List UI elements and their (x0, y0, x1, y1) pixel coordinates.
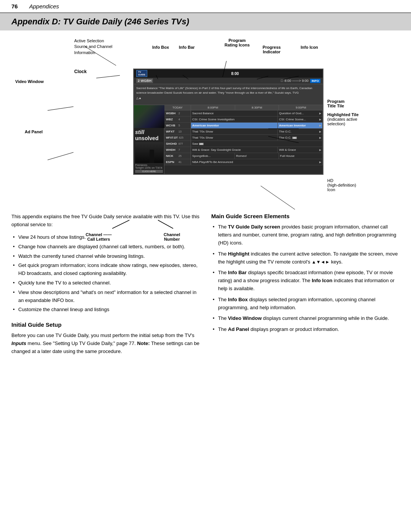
info-box-icons: △▲ (136, 96, 320, 100)
label-info-box: Info Box (152, 45, 169, 50)
tv-rating-icon: □ (281, 79, 283, 83)
tv-click-here[interactable]: CLICK HERE (135, 170, 163, 173)
list-item: Get quick program information; icons ind… (11, 262, 200, 278)
highlighted-program-tile[interactable]: American Inventor (191, 123, 278, 128)
info-box-text: Sacred Balance "The Matrix of Life" (Sci… (136, 86, 312, 94)
list-item: The Ad Panel displays program or product… (211, 326, 400, 334)
program-tile[interactable]: Saw HD (191, 141, 323, 147)
channel-cell: ESPN 41 (164, 159, 191, 165)
tv-ad-panel: still unsolved Premieres Tonight 10/9c o… (134, 128, 164, 174)
diagram-wrapper: TV GUIDE 8:00 2 WGBH □ 8:00 ——> 9:00 I (11, 38, 400, 198)
label-info-icon: Info Icon (301, 45, 318, 50)
page-header: 76 Appendices (0, 0, 411, 13)
table-row: WCVB 5 American Inventor American Invent… (164, 123, 323, 129)
tv-time-range: 8:00 ——> 9:00 (285, 79, 309, 83)
program-tile[interactable]: Will & Grace: Say Goodnight Gracie (191, 147, 278, 153)
tv-guide-table: TODAY 8:00PM 8:30PM 9:00PM WGBH 2 (164, 105, 323, 174)
channel-cell: WBZ 4 (164, 117, 191, 122)
table-row: WBZ 4 CSI: Crime Scene Investigation CSI… (164, 117, 323, 123)
tv-top-bar: TV GUIDE 8:00 (134, 69, 323, 78)
tv-logo-line1: TV (138, 71, 145, 73)
list-item: The TV Guide Daily screen provides basic… (211, 223, 400, 247)
label-video-window: Video Window (15, 79, 44, 84)
highlighted-program-tile[interactable]: American Inventor ▶ (278, 123, 323, 128)
programs-cell: Saw HD (191, 141, 323, 147)
tv-video-inner (134, 105, 164, 128)
features-list: View 24 hours of show listings. Change h… (11, 233, 200, 314)
channel-cell: WCVB 5 (164, 123, 191, 128)
list-item: The Info Box displays selected program i… (211, 296, 400, 312)
program-tile[interactable]: That '70s Show (191, 135, 278, 141)
channel-cell: WGBH 2 (164, 110, 191, 116)
table-row: ESPN 41 NBA Playoff/To Be Announced ▶ (164, 159, 323, 165)
channel-cell: NICK 25 (164, 153, 191, 159)
programs-cell: American Inventor American Inventor ▶ (191, 123, 323, 128)
tv-screen-wrapper: TV GUIDE 8:00 2 WGBH □ 8:00 ——> 9:00 I (72, 69, 323, 175)
initial-setup-title: Initial Guide Setup (11, 321, 200, 328)
program-tile[interactable]: SpongeBob... (191, 153, 235, 159)
table-row: WGBH 2 Sacred Balance Question of God...… (164, 110, 323, 117)
list-item: Customize the channel lineup and listing… (11, 306, 200, 314)
program-tile[interactable]: The O.C. HD▶ (278, 135, 323, 141)
th-today: TODAY (164, 105, 191, 110)
tv-premieres: Premieres Tonight 10/9c on T.M.N (135, 164, 163, 169)
tv-info-icon: INFO (310, 79, 320, 83)
tv-info-bar: 2 WGBH □ 8:00 ——> 9:00 INFO (134, 78, 323, 84)
list-item: Change how channels are displayed (chann… (11, 243, 200, 251)
tv-info-box: Sacred Balance "The Matrix of Life" (Sci… (134, 84, 323, 105)
label-program-title: ProgramTitle Tile (327, 99, 344, 108)
program-tile[interactable]: Romeo! (235, 153, 279, 159)
channel-badge: 2 WGBH (136, 78, 153, 83)
list-item: The Video Window displays current channe… (211, 315, 400, 323)
channel-cell: WFXT-DT 825 (164, 135, 191, 141)
programs-cell: Will & Grace: Say Goodnight Gracie Will … (191, 147, 323, 153)
programs-cell: That '70s Show The O.C. HD▶ (191, 135, 323, 141)
list-item: Quickly tune the TV to a selected channe… (11, 279, 200, 287)
program-tile[interactable]: Full House (279, 153, 323, 159)
channel-cell: SHOHD 877 (164, 141, 191, 147)
label-highlighted-tile: Highlighted Tile(indicates activeselecti… (327, 112, 358, 126)
appendix-title: Appendix D: TV Guide Daily (246 Series T… (11, 17, 400, 27)
th-8pm: 8:00PM (191, 105, 235, 110)
appendix-title-bar: Appendix D: TV Guide Daily (246 Series T… (0, 13, 411, 30)
program-tile[interactable]: Sacred Balance (191, 110, 278, 116)
tv-logo-line2: GUIDE (138, 73, 145, 76)
label-progress: ProgressIndicator (263, 45, 281, 54)
program-tile[interactable]: CSI: Crime Scene Investigation (191, 117, 278, 122)
channel-cell: WHDH 7 (164, 147, 191, 153)
list-item: View 24 hours of show listings. (11, 233, 200, 241)
content-left: This appendix explains the free TV Guide… (11, 213, 200, 360)
table-row: WFXT 13 That '70s Show The O.C. ▶ (164, 129, 323, 135)
svg-line-1 (96, 75, 120, 78)
tv-screen: TV GUIDE 8:00 2 WGBH □ 8:00 ——> 9:00 I (133, 69, 323, 175)
diagram-container: TV GUIDE 8:00 2 WGBH □ 8:00 ——> 9:00 I (0, 38, 411, 198)
programs-cell: SpongeBob... Romeo! Full House (191, 153, 323, 159)
tv-clock: 8:00 (231, 72, 239, 76)
tv-main: still unsolved Premieres Tonight 10/9c o… (134, 105, 323, 174)
header-title: Appendices (29, 3, 59, 10)
th-830pm: 8:30PM (235, 105, 279, 110)
page-number: 76 (11, 3, 18, 10)
tv-ad-unsolved: unsolved (135, 135, 163, 141)
label-program-rating: ProgramRating Icons (225, 38, 250, 47)
tv-left-panel: still unsolved Premieres Tonight 10/9c o… (134, 105, 164, 174)
table-row: NICK 25 SpongeBob... Romeo! Full House (164, 153, 323, 159)
list-item: View show descriptions and "what's on ne… (11, 289, 200, 305)
initial-setup-text: Before you can use TV Guide Daily, you m… (11, 332, 200, 355)
table-row: WFXT-DT 825 That '70s Show The O.C. HD▶ (164, 135, 323, 141)
program-tile[interactable]: Will & Grace ▶ (278, 147, 323, 153)
program-tile[interactable]: The O.C. ▶ (278, 129, 323, 134)
program-tile[interactable]: NBA Playoff/To Be Announced ▶ (191, 159, 323, 165)
table-row: WHDH 7 Will & Grace: Say Goodnight Graci… (164, 147, 323, 153)
tv-ad-still: still (135, 129, 163, 135)
main-guide-list: The TV Guide Daily screen provides basic… (211, 223, 400, 334)
program-tile[interactable]: CSI: Crime Scene... ▶ (278, 117, 323, 122)
program-tile[interactable]: That '70s Show (191, 129, 278, 134)
programs-cell: That '70s Show The O.C. ▶ (191, 129, 323, 134)
content-intro: This appendix explains the free TV Guide… (11, 213, 200, 229)
programs-cell: NBA Playoff/To Be Announced ▶ (191, 159, 323, 165)
programs-cell: Sacred Balance Question of God... ▶ (191, 110, 323, 116)
tv-logo: TV GUIDE (136, 70, 147, 77)
program-tile[interactable]: Question of God... ▶ (278, 110, 323, 116)
label-clock: Clock (74, 48, 87, 74)
